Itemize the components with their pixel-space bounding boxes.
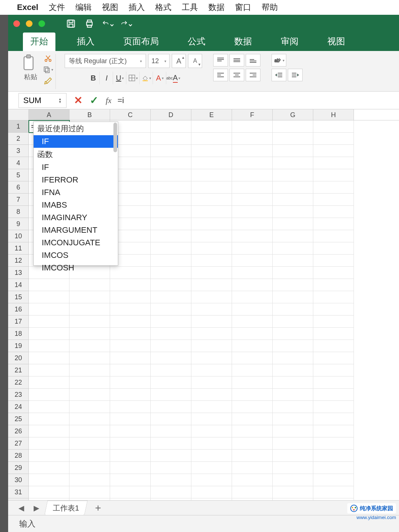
cell[interactable]: [191, 206, 232, 218]
cell[interactable]: [151, 303, 191, 316]
cell[interactable]: [273, 352, 313, 364]
cell[interactable]: [191, 328, 232, 340]
autocomplete-item[interactable]: IMAGINARY: [34, 211, 118, 224]
cell[interactable]: [110, 316, 151, 328]
cell[interactable]: [29, 328, 69, 340]
decrease-indent-button[interactable]: [272, 69, 286, 81]
format-painter-icon[interactable]: [43, 76, 53, 85]
col-header-g[interactable]: G: [273, 109, 313, 120]
cell[interactable]: [232, 255, 273, 267]
cell[interactable]: [273, 474, 313, 486]
cell[interactable]: [191, 340, 232, 352]
confirm-formula-button[interactable]: ✓: [90, 94, 98, 106]
cell[interactable]: [313, 194, 354, 206]
align-right-button[interactable]: [246, 69, 260, 81]
cell[interactable]: [273, 340, 313, 352]
cell[interactable]: [191, 364, 232, 376]
mac-menu-app[interactable]: Excel: [17, 3, 38, 12]
cell[interactable]: [273, 413, 313, 425]
print-icon[interactable]: [83, 18, 95, 30]
cell[interactable]: [69, 462, 110, 474]
cell[interactable]: [191, 425, 232, 437]
cell[interactable]: [69, 328, 110, 340]
cell[interactable]: [110, 340, 151, 352]
cell[interactable]: [273, 389, 313, 401]
cell[interactable]: [273, 328, 313, 340]
align-center-button[interactable]: [229, 69, 244, 81]
row-header[interactable]: 8: [8, 206, 29, 218]
autocomplete-item-selected[interactable]: IF: [34, 135, 118, 148]
cell[interactable]: [69, 352, 110, 364]
cell[interactable]: [151, 486, 191, 498]
cell[interactable]: [191, 413, 232, 425]
cell[interactable]: [273, 486, 313, 498]
col-header-b[interactable]: B: [69, 109, 110, 120]
cell[interactable]: [29, 291, 69, 303]
cell[interactable]: [313, 486, 354, 498]
cell[interactable]: [191, 291, 232, 303]
cell[interactable]: [110, 474, 151, 486]
underline-button[interactable]: U▾: [114, 72, 126, 84]
formula-input[interactable]: =i: [112, 96, 399, 105]
cell[interactable]: [191, 157, 232, 169]
cell[interactable]: [232, 462, 273, 474]
cell[interactable]: [151, 425, 191, 437]
cell[interactable]: [110, 328, 151, 340]
cell[interactable]: [313, 291, 354, 303]
cell[interactable]: [151, 328, 191, 340]
cell[interactable]: [69, 413, 110, 425]
row-header[interactable]: 15: [8, 291, 29, 303]
cell[interactable]: [273, 133, 313, 145]
mac-menu-format[interactable]: 格式: [155, 2, 171, 13]
row-header[interactable]: 3: [8, 145, 29, 157]
cell[interactable]: [191, 486, 232, 498]
cell[interactable]: [151, 194, 191, 206]
cell[interactable]: [110, 450, 151, 462]
cell[interactable]: [110, 303, 151, 316]
tab-view[interactable]: 视图: [320, 33, 352, 51]
save-icon[interactable]: [65, 18, 77, 30]
cell[interactable]: [151, 389, 191, 401]
cell[interactable]: [232, 181, 273, 194]
paste-button[interactable]: [21, 54, 40, 72]
cell[interactable]: [273, 157, 313, 169]
cell[interactable]: [191, 218, 232, 230]
cell[interactable]: [191, 181, 232, 194]
cell[interactable]: [69, 364, 110, 376]
row-header[interactable]: 22: [8, 376, 29, 389]
cell[interactable]: [110, 401, 151, 413]
cell[interactable]: [110, 425, 151, 437]
cell[interactable]: [110, 462, 151, 474]
cell[interactable]: [151, 474, 191, 486]
tab-insert[interactable]: 插入: [69, 33, 102, 51]
cell[interactable]: [191, 169, 232, 181]
sheet-nav-next[interactable]: ▶: [31, 504, 42, 512]
cell[interactable]: [29, 486, 69, 498]
cell[interactable]: [69, 303, 110, 316]
mac-menu-view[interactable]: 视图: [102, 2, 118, 13]
cell[interactable]: [151, 291, 191, 303]
cell[interactable]: [151, 267, 191, 279]
tab-review[interactable]: 审阅: [273, 33, 306, 51]
cell[interactable]: [232, 437, 273, 450]
cell[interactable]: [273, 169, 313, 181]
row-header[interactable]: 2: [8, 133, 29, 145]
increase-indent-button[interactable]: [288, 69, 303, 81]
cell[interactable]: [151, 145, 191, 157]
autocomplete-scrollbar[interactable]: [113, 123, 117, 152]
col-header-a[interactable]: A: [29, 109, 69, 120]
cell[interactable]: [232, 486, 273, 498]
cell[interactable]: [29, 303, 69, 316]
cancel-formula-button[interactable]: ✕: [74, 94, 82, 106]
cell[interactable]: [29, 376, 69, 389]
cell[interactable]: [151, 376, 191, 389]
window-zoom-button[interactable]: [38, 20, 45, 27]
cell[interactable]: [69, 279, 110, 291]
cell[interactable]: [313, 157, 354, 169]
cell[interactable]: [69, 401, 110, 413]
row-header[interactable]: 17: [8, 316, 29, 328]
cell[interactable]: [313, 340, 354, 352]
tab-page-layout[interactable]: 页面布局: [116, 33, 166, 51]
mac-menu-data[interactable]: 数据: [208, 2, 225, 13]
cell[interactable]: [273, 181, 313, 194]
